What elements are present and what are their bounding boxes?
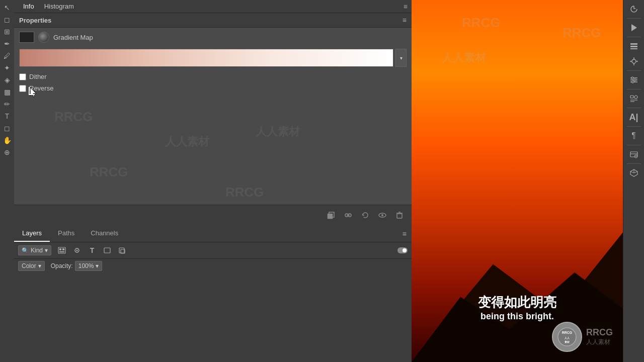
kind-dropdown-arrow: ▾ xyxy=(45,247,48,254)
top-bar: Info Histogram ≡ xyxy=(14,0,412,13)
reverse-checkbox[interactable] xyxy=(19,85,26,92)
layers-kind-select[interactable]: 🔍 Kind ▾ xyxy=(18,245,51,255)
right-tool-paragraph[interactable]: ¶ xyxy=(626,129,642,143)
svg-line-52 xyxy=(630,171,634,173)
svg-point-37 xyxy=(631,77,633,79)
right-tool-text[interactable]: A| xyxy=(626,110,642,124)
gradient-map-label: Gradient Map xyxy=(53,34,93,41)
tool-zoom[interactable]: ⊕ xyxy=(2,147,13,158)
reverse-label: Reverse xyxy=(29,84,53,92)
tool-move[interactable]: ↖ xyxy=(2,2,13,13)
blend-mode-arrow: ▾ xyxy=(38,262,41,269)
svg-text:素材: 素材 xyxy=(565,340,570,343)
filter-smart-btn[interactable] xyxy=(116,245,129,256)
tool-clone[interactable]: ✦ xyxy=(2,62,13,73)
svg-rect-0 xyxy=(328,214,333,219)
logo-text-rrcg: RRCG xyxy=(586,327,613,338)
left-panels: Info Histogram ≡ Properties ≡ Gradient M… xyxy=(14,0,412,362)
svg-marker-25 xyxy=(631,24,637,31)
tool-text[interactable]: T xyxy=(2,111,13,122)
tool-brush[interactable]: 🖊 xyxy=(2,50,13,61)
svg-point-41 xyxy=(634,96,637,99)
svg-rect-28 xyxy=(630,48,637,49)
layers-menu-icon[interactable]: ≡ xyxy=(397,226,412,242)
opacity-value: 100% xyxy=(78,262,94,269)
filter-pixel-btn[interactable] xyxy=(55,245,68,256)
filter-shape-btn[interactable] xyxy=(101,245,114,256)
layers-toolbar: 🔍 Kind ▾ xyxy=(14,242,412,259)
right-tool-list[interactable] xyxy=(626,39,642,53)
filter-adjustment-btn[interactable] xyxy=(70,245,84,256)
properties-title: Properties xyxy=(19,17,51,24)
visibility-button[interactable] xyxy=(375,208,389,222)
right-tool-history[interactable] xyxy=(626,2,642,16)
tool-pen[interactable]: ✏ xyxy=(2,99,13,110)
filter-toggle[interactable] xyxy=(397,247,408,253)
gradient-map-black-icon xyxy=(19,32,34,43)
tool-eraser[interactable]: ◈ xyxy=(2,74,13,85)
blend-mode-select[interactable]: Color ▾ xyxy=(18,261,45,271)
logo-text-subtitle: 人人素材 xyxy=(586,338,613,346)
right-tool-3d[interactable] xyxy=(626,166,642,180)
svg-point-29 xyxy=(632,59,636,63)
svg-point-15 xyxy=(76,250,78,251)
tab-channels[interactable]: Channels xyxy=(83,225,126,242)
main-area: Info Histogram ≡ Properties ≡ Gradient M… xyxy=(14,0,644,362)
right-tool-play[interactable] xyxy=(626,21,642,35)
delete-button[interactable] xyxy=(392,208,407,222)
separator-8 xyxy=(627,163,641,164)
text-tool-icon: A| xyxy=(629,112,638,123)
opacity-label: Opacity: xyxy=(51,262,73,269)
tool-lasso[interactable]: ◻ xyxy=(2,14,13,25)
svg-rect-17 xyxy=(119,248,124,253)
properties-empty-area: RRCG 人人素材 RRCG 人人素材 RRCG xyxy=(14,94,412,205)
tab-paths[interactable]: Paths xyxy=(50,225,83,242)
search-icon: 🔍 xyxy=(22,247,29,254)
svg-rect-40 xyxy=(630,96,633,98)
svg-point-38 xyxy=(634,79,636,81)
properties-bottom-toolbar xyxy=(14,205,412,225)
separator-1 xyxy=(627,18,641,19)
dither-label: Dither xyxy=(29,73,47,80)
filter-text-btn[interactable]: T xyxy=(86,245,99,256)
properties-menu-icon[interactable]: ≡ xyxy=(403,16,407,24)
clip-to-layer-button[interactable] xyxy=(324,208,338,222)
gradient-dropdown[interactable]: ▾ xyxy=(395,49,407,67)
layers-header: Layers Paths Channels ≡ xyxy=(14,225,412,242)
svg-point-6 xyxy=(381,214,383,216)
tool-shape[interactable]: ◻ xyxy=(2,123,13,134)
tool-crop[interactable]: ⊞ xyxy=(2,26,13,37)
svg-rect-11 xyxy=(59,248,61,250)
svg-rect-16 xyxy=(104,248,110,253)
properties-header: Properties ≡ xyxy=(14,13,412,28)
tab-info[interactable]: Info xyxy=(18,2,39,11)
gradient-bar[interactable] xyxy=(19,49,393,67)
canvas-area: RRCG 人人素材 RRCG 变得如此明亮 being this bright.… xyxy=(412,0,623,362)
svg-rect-26 xyxy=(630,43,637,45)
tab-histogram[interactable]: Histogram xyxy=(39,2,79,11)
tool-gradient[interactable]: ▦ xyxy=(2,86,13,98)
gradient-map-header: Gradient Map xyxy=(14,28,412,47)
reset-button[interactable] xyxy=(358,208,372,222)
paragraph-icon: ¶ xyxy=(631,131,636,140)
right-side: RRCG 人人素材 RRCG 变得如此明亮 being this bright.… xyxy=(412,0,644,362)
separator-6 xyxy=(627,126,641,127)
opacity-select[interactable]: 100% ▾ xyxy=(75,261,103,271)
dither-checkbox[interactable] xyxy=(19,73,26,80)
right-tool-brush-settings[interactable] xyxy=(626,54,642,68)
dither-row: Dither xyxy=(14,71,412,82)
svg-rect-13 xyxy=(59,251,64,252)
tool-eyedropper[interactable]: ✒ xyxy=(2,38,13,49)
svg-rect-12 xyxy=(62,248,64,250)
tool-hand[interactable]: ✋ xyxy=(2,135,13,146)
right-tool-layers2[interactable] xyxy=(626,147,642,161)
properties-panel: Properties ≡ Gradient Map ▾ Dither xyxy=(14,13,412,225)
tab-layers[interactable]: Layers xyxy=(14,225,50,242)
right-tool-styles[interactable] xyxy=(626,92,642,106)
opacity-arrow: ▾ xyxy=(96,262,99,269)
topbar-menu-icon[interactable]: ≡ xyxy=(404,3,408,11)
kind-label: Kind xyxy=(31,247,43,254)
right-tool-adjustments[interactable] xyxy=(626,73,642,87)
link-layers-button[interactable] xyxy=(341,208,355,222)
layers-bottom-toolbar: Color ▾ Opacity: 100% ▾ xyxy=(14,259,412,273)
